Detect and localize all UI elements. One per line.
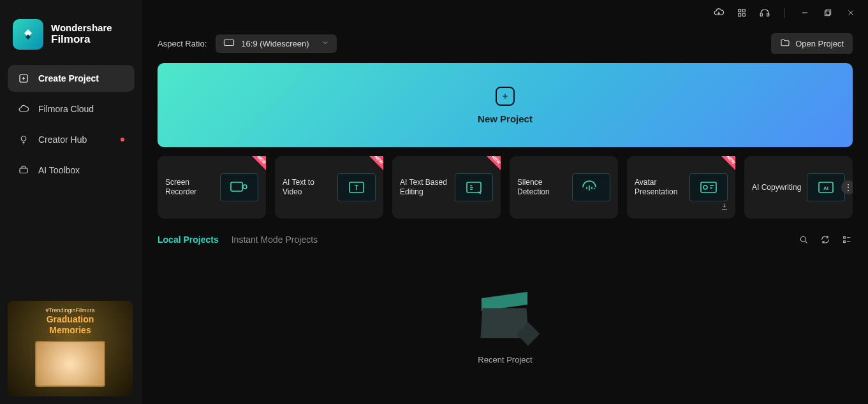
- tile-ai-copywriting[interactable]: AI Copywriting AI ⋮: [744, 156, 853, 219]
- close-icon[interactable]: [845, 7, 857, 18]
- app-logo: Wondershare Filmora: [8, 8, 135, 65]
- new-badge-icon: [487, 156, 501, 170]
- svg-rect-11: [224, 40, 234, 46]
- sidebar: Wondershare Filmora Create Project Filmo…: [0, 0, 142, 404]
- tile-ai-text-based-editing[interactable]: AI Text Based Editing: [392, 156, 501, 219]
- apps-grid-icon[interactable]: [736, 7, 747, 18]
- download-icon: [720, 202, 729, 213]
- refresh-icon[interactable]: [820, 234, 831, 245]
- new-badge-icon: [369, 156, 383, 170]
- list-view-icon[interactable]: [841, 234, 853, 245]
- svg-rect-6: [742, 13, 745, 16]
- tile-ai-text-to-video[interactable]: AI Text to Video T: [275, 156, 383, 219]
- tile-silence-detection[interactable]: Silence Detection: [510, 156, 618, 219]
- sidebar-item-create-project[interactable]: Create Project: [8, 65, 135, 92]
- search-icon[interactable]: [798, 234, 809, 245]
- empty-box-icon: [470, 289, 540, 346]
- empty-state: Recent Project: [158, 249, 853, 404]
- cloud-download-icon[interactable]: [713, 7, 725, 18]
- text-to-video-icon: T: [337, 173, 376, 201]
- aspect-ratio-label: Aspect Ratio:: [158, 39, 207, 48]
- svg-rect-4: [742, 10, 745, 12]
- aspect-ratio-value: 16:9 (Widescreen): [241, 39, 309, 48]
- feature-tiles: Screen Recorder AI Text to Video T AI Te…: [158, 156, 853, 219]
- empty-state-label: Recent Project: [478, 355, 532, 364]
- tab-instant-mode-projects[interactable]: Instant Mode Projects: [232, 234, 318, 245]
- sidebar-item-label: AI Toolbox: [38, 165, 80, 175]
- svg-rect-23: [844, 241, 846, 243]
- svg-point-1: [21, 136, 26, 141]
- window-titlebar: [142, 0, 868, 25]
- sidebar-item-label: Creator Hub: [38, 134, 87, 145]
- sidebar-item-creator-hub[interactable]: Creator Hub: [8, 126, 135, 153]
- svg-rect-9: [826, 10, 831, 15]
- svg-rect-2: [20, 168, 27, 173]
- svg-text:AI: AI: [823, 185, 828, 191]
- svg-text:T: T: [355, 184, 358, 191]
- sidebar-nav: Create Project Filmora Cloud Creator Hub…: [8, 65, 135, 184]
- svg-rect-8: [767, 13, 769, 17]
- tile-avatar-presentation[interactable]: Avatar Presentation: [627, 156, 735, 219]
- project-tabs: Local Projects Instant Mode Projects: [158, 234, 853, 245]
- svg-rect-22: [844, 236, 846, 238]
- logo-name: Filmora: [51, 34, 112, 46]
- screen-recorder-icon: [220, 173, 258, 201]
- svg-rect-12: [231, 182, 242, 191]
- aspect-ratio-select[interactable]: 16:9 (Widescreen): [216, 34, 337, 53]
- tile-label: Screen Recorder: [165, 178, 217, 197]
- ai-copywriting-icon: AI: [807, 173, 845, 201]
- svg-rect-3: [739, 10, 741, 12]
- minimize-icon[interactable]: [799, 7, 811, 18]
- svg-rect-10: [825, 11, 830, 16]
- tile-screen-recorder[interactable]: Screen Recorder: [158, 156, 266, 219]
- promo-title-line2: Memories: [14, 326, 126, 335]
- logo-vendor: Wondershare: [51, 23, 112, 34]
- svg-point-18: [703, 185, 707, 189]
- bulb-icon: [18, 134, 29, 145]
- promo-hashtag: #TrendinginFilmora: [14, 307, 126, 314]
- main-area: Aspect Ratio: 16:9 (Widescreen) Open Pro…: [142, 0, 868, 404]
- sidebar-item-ai-toolbox[interactable]: AI Toolbox: [8, 157, 135, 184]
- new-badge-icon: [252, 156, 266, 170]
- open-project-label: Open Project: [795, 39, 844, 48]
- ai-toolbox-icon: [18, 164, 29, 176]
- silence-detection-icon: [572, 173, 610, 201]
- tile-label: AI Text to Video: [283, 178, 335, 197]
- tile-label: Silence Detection: [517, 178, 570, 197]
- new-badge-icon: [721, 156, 735, 170]
- svg-point-21: [800, 236, 805, 242]
- svg-point-13: [243, 185, 247, 189]
- sidebar-item-label: Filmora Cloud: [38, 104, 94, 114]
- more-options-icon[interactable]: ⋮: [841, 180, 853, 194]
- plus-square-icon: [18, 73, 29, 84]
- topbar: Aspect Ratio: 16:9 (Widescreen) Open Pro…: [158, 33, 853, 54]
- new-project-label: New Project: [478, 113, 533, 124]
- notification-dot-icon: [121, 138, 124, 141]
- sidebar-item-filmora-cloud[interactable]: Filmora Cloud: [8, 96, 135, 122]
- promo-title-line1: Graduation: [14, 315, 126, 324]
- avatar-presentation-icon: [689, 173, 728, 201]
- svg-rect-16: [467, 182, 481, 192]
- tile-label: AI Copywriting: [752, 183, 801, 192]
- widescreen-icon: [223, 39, 235, 48]
- new-project-button[interactable]: New Project: [158, 63, 853, 147]
- chevron-down-icon: [321, 39, 329, 48]
- svg-rect-7: [760, 13, 762, 17]
- divider: [784, 8, 785, 18]
- plus-icon: [496, 87, 515, 106]
- tile-label: AI Text Based Editing: [400, 178, 452, 197]
- tab-local-projects[interactable]: Local Projects: [158, 234, 219, 245]
- headset-icon[interactable]: [759, 7, 770, 18]
- cloud-icon: [18, 103, 29, 115]
- svg-rect-5: [739, 13, 741, 16]
- promo-thumbnail: [35, 341, 105, 387]
- folder-icon: [780, 38, 790, 50]
- maximize-icon[interactable]: [822, 7, 834, 18]
- promo-banner[interactable]: #TrendinginFilmora Graduation Memories: [8, 301, 133, 396]
- text-editing-icon: [455, 173, 493, 201]
- sidebar-item-label: Create Project: [38, 73, 99, 83]
- logo-text: Wondershare Filmora: [51, 23, 112, 45]
- tile-label: Avatar Presentation: [635, 178, 687, 197]
- open-project-button[interactable]: Open Project: [771, 33, 853, 54]
- logo-icon: [13, 19, 43, 50]
